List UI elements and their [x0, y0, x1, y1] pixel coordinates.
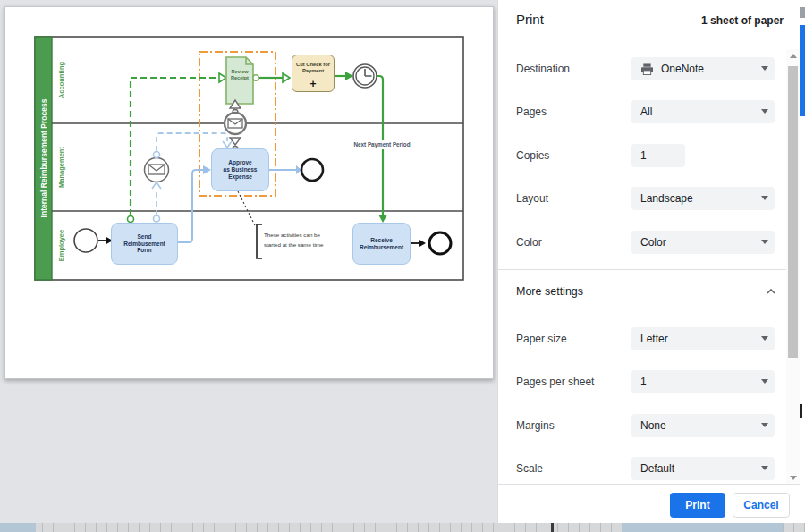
more-settings-toggle[interactable]: More settings — [516, 281, 775, 302]
cancel-button[interactable]: Cancel — [733, 493, 790, 518]
destination-label: Destination — [516, 63, 570, 75]
background-ruler-strip — [0, 523, 805, 532]
pages-dropdown[interactable]: All — [631, 100, 775, 123]
color-value: Color — [640, 236, 666, 249]
margins-value: None — [640, 419, 666, 432]
copies-label: Copies — [516, 149, 549, 162]
ruler-segment — [0, 523, 36, 532]
ruler-cursor-mark — [551, 523, 554, 532]
background-page-sliver — [800, 0, 805, 523]
paper-size-value: Letter — [640, 333, 668, 345]
background-scrollbar-segment — [800, 25, 805, 116]
lane-label-accounting: Accounting — [53, 37, 69, 123]
destination-dropdown[interactable]: OneNote — [631, 57, 775, 80]
scale-value: Default — [640, 462, 674, 475]
color-dropdown[interactable]: Color — [631, 231, 775, 254]
dropdown-arrow-icon — [761, 66, 768, 71]
paper-size-dropdown[interactable]: Letter — [631, 327, 775, 350]
copies-field — [631, 144, 685, 167]
dropdown-arrow-icon — [761, 423, 768, 427]
preview-page: Internal Reimbursement Process Accountin… — [4, 6, 494, 379]
message-anchor — [128, 216, 134, 223]
more-settings-label: More settings — [516, 285, 583, 298]
ruler-segment — [622, 523, 783, 532]
layout-label: Layout — [516, 192, 548, 205]
dialog-title: Print — [516, 12, 544, 27]
message-anchor — [154, 215, 160, 222]
pages-label: Pages — [516, 106, 547, 118]
pages-per-sheet-label: Pages per sheet — [516, 376, 594, 388]
background-mark — [800, 404, 802, 418]
print-button[interactable]: Print — [670, 493, 725, 518]
destination-value: OneNote — [661, 63, 704, 75]
printer-icon — [640, 63, 654, 75]
dropdown-arrow-icon — [761, 109, 768, 114]
dropdown-arrow-icon — [761, 466, 768, 470]
lane-label-employee: Employee — [53, 211, 69, 280]
task-receive-reimbursement: Receive Reimbursement — [352, 223, 411, 265]
dropdown-arrow-icon — [761, 379, 768, 384]
pages-value: All — [640, 106, 652, 118]
pool-title: Internal Reimbursement Process — [35, 37, 52, 280]
doc-label-review-receipt: Review Receipt — [226, 63, 253, 88]
pages-per-sheet-dropdown[interactable]: 1 — [631, 370, 775, 393]
scrollbar-thumb[interactable] — [788, 66, 798, 358]
start-event — [74, 229, 97, 252]
dropdown-arrow-icon — [761, 336, 768, 341]
margins-dropdown[interactable]: None — [631, 414, 775, 437]
label-next-payment-period: Next Payment Period — [351, 140, 413, 149]
pages-per-sheet-value: 1 — [640, 376, 647, 388]
doc-out-anchor — [253, 75, 258, 80]
sheet-count: 1 sheet of paper — [701, 14, 784, 27]
text-annotation: These activities can be started at the s… — [264, 227, 332, 254]
paper-size-label: Paper size — [516, 333, 567, 345]
scale-dropdown[interactable]: Default — [631, 457, 775, 480]
message-anchor — [154, 152, 160, 158]
dialog-footer: Print Cancel — [498, 484, 800, 524]
task-send-reimbursement: Send Reimbusement Form — [111, 223, 178, 265]
print-preview-area: Internal Reimbursement Process Accountin… — [0, 0, 497, 523]
dropdown-arrow-icon — [761, 240, 768, 244]
scale-label: Scale — [516, 462, 543, 475]
layout-value: Landscape — [640, 192, 693, 205]
end-event — [301, 159, 323, 181]
color-label: Color — [516, 236, 542, 249]
lane-label-management: Management — [53, 123, 69, 211]
copies-input[interactable] — [640, 149, 678, 162]
scrollbar-down-icon[interactable] — [786, 471, 800, 484]
section-divider — [498, 269, 786, 270]
background-mark — [800, 7, 805, 18]
layout-dropdown[interactable]: Landscape — [631, 187, 775, 210]
print-dialog-panel: Print 1 sheet of paper Destination OneNo… — [497, 0, 800, 523]
margins-label: Margins — [516, 419, 555, 432]
end-event-thick — [429, 232, 451, 254]
chevron-up-icon — [767, 289, 775, 294]
scrollbar-up-icon[interactable] — [786, 49, 800, 62]
subprocess-plus-icon: + — [292, 77, 335, 91]
panel-scrollbar[interactable] — [786, 49, 800, 484]
task-approve-expense: Approve as Business Expense — [211, 148, 269, 191]
dropdown-arrow-icon — [761, 196, 768, 200]
